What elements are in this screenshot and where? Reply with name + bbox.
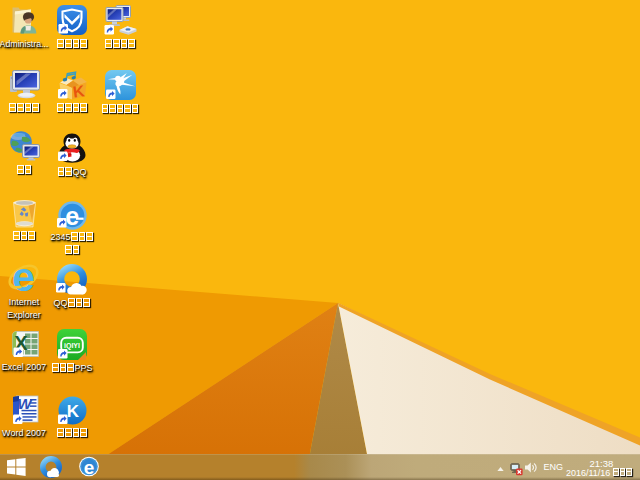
svg-text:W: W [17,395,33,412]
svg-text:e: e [65,201,79,229]
svg-text:e: e [84,457,95,478]
svg-text:iQIYI: iQIYI [64,342,80,350]
svg-text:e: e [12,264,35,294]
svg-text:K: K [66,402,79,421]
